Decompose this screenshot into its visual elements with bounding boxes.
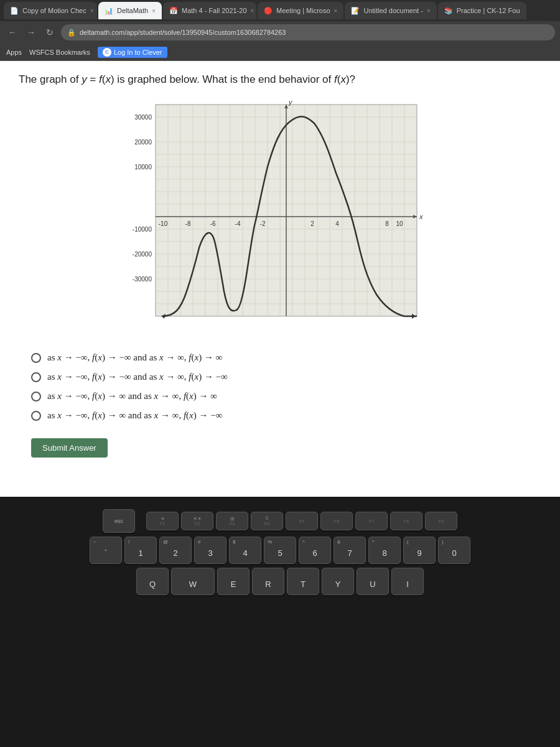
key-f8[interactable]: F8 <box>390 512 422 530</box>
tab-close-icon[interactable]: × <box>152 7 156 14</box>
svg-text:-2: -2 <box>260 220 266 227</box>
key-6[interactable]: ^ 6 <box>299 537 331 564</box>
graph-container: x y -10 -8 -6 -4 -2 2 4 8 10 30000 20000… <box>19 98 541 335</box>
reload-button[interactable]: ↻ <box>42 25 57 40</box>
key-f9[interactable]: F9 <box>425 512 457 530</box>
key-f3[interactable]: ⊞ F3 <box>216 512 248 530</box>
svg-text:4: 4 <box>335 220 339 227</box>
choice-row-c[interactable]: as x → −∞, f(x) → ∞ and as x → ∞, f(x) →… <box>31 391 541 402</box>
tab-deltamath[interactable]: 📊 DeltaMath × <box>98 2 162 19</box>
address-text: deltamath.com/app/student/solve/13950945… <box>80 29 549 36</box>
key-i[interactable]: I <box>391 568 424 595</box>
tab-icon: 🔴 <box>264 7 273 15</box>
tab-close-icon[interactable]: × <box>251 7 254 14</box>
key-f6[interactable]: F6 <box>320 512 353 530</box>
key-8[interactable]: * 8 <box>368 537 401 564</box>
key-u[interactable]: U <box>357 568 389 595</box>
key-f4[interactable]: ⠿ F4 <box>251 512 283 530</box>
key-esc[interactable]: esc <box>103 509 135 533</box>
svg-text:-20000: -20000 <box>133 251 152 258</box>
tab-ck12[interactable]: 📚 Practice | CK-12 Fou <box>438 2 526 19</box>
radio-b[interactable] <box>31 372 41 382</box>
letter-row-1: Q W E R T Y U I <box>6 568 554 595</box>
key-f5[interactable]: F5 <box>286 512 318 530</box>
keyboard-area: esc ☀ F1 ☀☀ F2 ⊞ F3 ⠿ F4 F5 F6 F7 F8 <box>0 497 560 601</box>
key-1[interactable]: ! 1 <box>124 537 157 564</box>
tab-icon: 📊 <box>105 7 113 15</box>
choice-text-a: as x → −∞, f(x) → −∞ and as x → ∞, f(x) … <box>47 352 222 363</box>
svg-text:-10000: -10000 <box>133 226 152 233</box>
bookmarks-bar: Apps WSFCS Bookmarks C Log In to Clever <box>0 44 560 61</box>
tab-math4[interactable]: 📅 Math 4 - Fall 2021-20 × <box>163 2 256 19</box>
svg-text:8: 8 <box>385 220 389 227</box>
svg-text:10: 10 <box>396 220 403 227</box>
key-0[interactable]: ) 0 <box>438 537 470 564</box>
wsfcs-bookmark[interactable]: WSFCS Bookmarks <box>29 49 90 56</box>
forward-button[interactable]: → <box>24 25 39 40</box>
radio-a[interactable] <box>31 353 41 363</box>
question-text: The graph of y = f(x) is graphed below. … <box>19 73 541 86</box>
key-w[interactable]: W <box>171 568 215 595</box>
svg-text:-8: -8 <box>185 220 191 227</box>
key-tilde[interactable]: ~ ` <box>90 537 122 564</box>
page-content: The graph of y = f(x) is graphed below. … <box>0 61 560 497</box>
submit-button[interactable]: Submit Answer <box>31 438 108 458</box>
key-9[interactable]: ( 9 <box>403 537 436 564</box>
key-y[interactable]: Y <box>322 568 354 595</box>
svg-text:-4: -4 <box>235 220 241 227</box>
tab-bar: 📄 Copy of Motion Chec × 📊 DeltaMath × 📅 … <box>0 0 560 21</box>
tab-close-icon[interactable]: × <box>427 7 431 14</box>
radio-d[interactable] <box>31 411 41 421</box>
apps-bookmark[interactable]: Apps <box>6 49 22 56</box>
graph-svg: x y -10 -8 -6 -4 -2 2 4 8 10 30000 20000… <box>118 98 442 335</box>
key-e[interactable]: E <box>217 568 250 595</box>
key-4[interactable]: $ 4 <box>229 537 261 564</box>
key-f2[interactable]: ☀☀ F2 <box>181 512 213 530</box>
svg-text:-10: -10 <box>159 220 168 227</box>
svg-text:10000: 10000 <box>134 164 152 171</box>
tab-meeting[interactable]: 🔴 Meeting | Microso × <box>258 2 343 19</box>
key-7[interactable]: & 7 <box>334 537 366 564</box>
tab-icon: 📅 <box>169 7 178 15</box>
key-5[interactable]: % 5 <box>264 537 296 564</box>
tab-untitled[interactable]: 📝 Untitled document - × <box>345 2 436 19</box>
key-q[interactable]: Q <box>136 568 169 595</box>
clever-icon: C <box>103 48 111 57</box>
nav-bar: ← → ↻ 🔒 deltamath.com/app/student/solve/… <box>0 21 560 44</box>
choice-row-a[interactable]: as x → −∞, f(x) → −∞ and as x → ∞, f(x) … <box>31 352 541 363</box>
choice-text-b: as x → −∞, f(x) → −∞ and as x → ∞, f(x) … <box>47 372 228 382</box>
svg-text:2: 2 <box>310 220 314 227</box>
choice-row-d[interactable]: as x → −∞, f(x) → ∞ and as x → ∞, f(x) →… <box>31 410 541 421</box>
clever-login-button[interactable]: C Log In to Clever <box>98 47 167 58</box>
choice-row-b[interactable]: as x → −∞, f(x) → −∞ and as x → ∞, f(x) … <box>31 372 541 382</box>
svg-text:-30000: -30000 <box>133 276 152 283</box>
radio-c[interactable] <box>31 392 41 402</box>
tab-icon: 📝 <box>351 7 360 15</box>
key-f1[interactable]: ☀ F1 <box>146 512 179 530</box>
tab-close-icon[interactable]: × <box>334 7 338 14</box>
key-t[interactable]: T <box>287 568 319 595</box>
key-3[interactable]: # 3 <box>194 537 226 564</box>
svg-text:30000: 30000 <box>134 114 152 121</box>
tab-icon: 📚 <box>444 7 453 15</box>
tab-copy-motion[interactable]: 📄 Copy of Motion Chec × <box>4 2 97 19</box>
tab-icon: 📄 <box>10 7 19 15</box>
key-2[interactable]: @ 2 <box>159 537 192 564</box>
key-r[interactable]: R <box>252 568 284 595</box>
back-button[interactable]: ← <box>5 25 20 40</box>
browser-chrome: 📄 Copy of Motion Chec × 📊 DeltaMath × 📅 … <box>0 0 560 61</box>
fn-row: esc ☀ F1 ☀☀ F2 ⊞ F3 ⠿ F4 F5 F6 F7 F8 <box>6 509 554 533</box>
svg-text:x: x <box>419 213 423 220</box>
svg-text:20000: 20000 <box>134 139 152 146</box>
num-row: ~ ` ! 1 @ 2 # 3 $ 4 % 5 ^ 6 & 7 <box>6 537 554 564</box>
tab-close-icon[interactable]: × <box>90 7 94 14</box>
lock-icon: 🔒 <box>67 29 76 37</box>
key-f7[interactable]: F7 <box>355 512 388 530</box>
choice-text-c: as x → −∞, f(x) → ∞ and as x → ∞, f(x) →… <box>47 391 217 402</box>
address-bar[interactable]: 🔒 deltamath.com/app/student/solve/139509… <box>61 24 555 40</box>
answer-choices: as x → −∞, f(x) → −∞ and as x → ∞, f(x) … <box>31 352 541 421</box>
svg-text:-6: -6 <box>210 220 216 227</box>
choice-text-d: as x → −∞, f(x) → ∞ and as x → ∞, f(x) →… <box>47 410 222 421</box>
